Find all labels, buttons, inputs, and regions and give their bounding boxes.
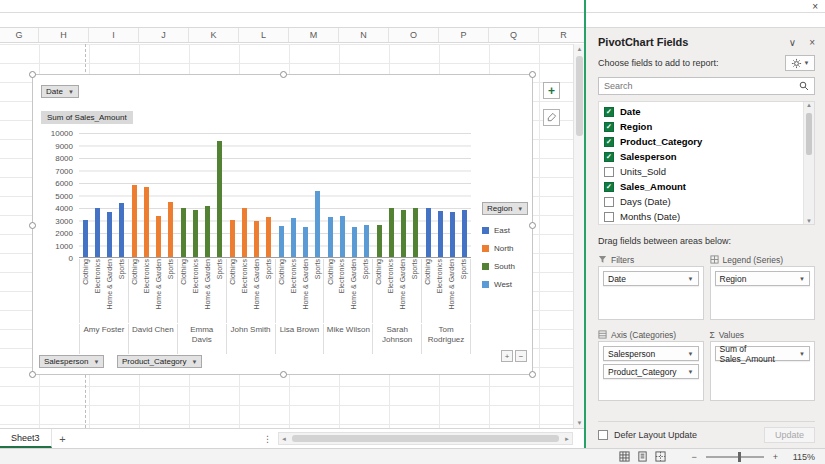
bar-east[interactable]	[119, 203, 124, 257]
bar-east[interactable]	[450, 212, 455, 257]
page-break-view-icon[interactable]	[655, 451, 666, 462]
resize-handle[interactable]	[29, 222, 36, 229]
pane-options-chevron-icon[interactable]: ∨	[789, 37, 796, 48]
field-checkbox[interactable]: ✓	[604, 107, 614, 117]
close-icon[interactable]: ×	[812, 0, 818, 13]
bar-west[interactable]	[279, 226, 284, 257]
column-header-K[interactable]: K	[189, 28, 239, 42]
resize-handle[interactable]	[29, 371, 36, 378]
bar-north[interactable]	[156, 216, 161, 257]
column-header-I[interactable]: I	[89, 28, 139, 42]
bar-east[interactable]	[107, 212, 112, 257]
search-input[interactable]	[604, 81, 799, 91]
resize-handle[interactable]	[529, 222, 536, 229]
bar-north[interactable]	[242, 208, 247, 257]
resize-handle[interactable]	[280, 71, 287, 78]
zoom-out-button[interactable]: −	[691, 452, 696, 462]
bar-south[interactable]	[413, 208, 418, 257]
field-checkbox[interactable]: ✓	[604, 182, 614, 192]
bar-south[interactable]	[401, 210, 406, 258]
field-chip-product-category[interactable]: Product_Category▼	[603, 364, 699, 379]
field-item-days-date-[interactable]: Days (Date)	[604, 194, 800, 209]
chart-styles-button[interactable]	[543, 109, 560, 126]
normal-view-icon[interactable]	[619, 451, 630, 462]
pivot-chart[interactable]: Date ▼ Sum of Sales_Amount 1000090008000…	[32, 74, 533, 375]
bar-south[interactable]	[217, 141, 222, 257]
bar-west[interactable]	[352, 227, 357, 257]
column-header-R[interactable]: R	[539, 28, 585, 42]
field-search[interactable]	[598, 77, 815, 95]
bar-south[interactable]	[389, 208, 394, 257]
resize-handle[interactable]	[529, 71, 536, 78]
bar-south[interactable]	[377, 225, 382, 258]
sheet-tab-sheet3[interactable]: Sheet3	[0, 429, 52, 448]
axis-box[interactable]: Salesperson▼Product_Category▼	[598, 341, 704, 401]
resize-handle[interactable]	[529, 371, 536, 378]
column-header-Q[interactable]: Q	[489, 28, 539, 42]
legend-field-button[interactable]: Region ▼	[482, 202, 528, 215]
field-checkbox[interactable]: ✓	[604, 122, 614, 132]
filters-box[interactable]: Date▼	[598, 266, 704, 320]
more-options-icon[interactable]: ⋮	[263, 434, 272, 444]
bar-west[interactable]	[315, 191, 320, 257]
field-item-sales-amount[interactable]: ✓Sales_Amount	[604, 179, 800, 194]
scroll-up-icon[interactable]: ▲	[806, 102, 812, 108]
legend-box[interactable]: Region▼	[710, 266, 816, 320]
sheet-canvas[interactable]: Date ▼ Sum of Sales_Amount 1000090008000…	[0, 44, 573, 428]
field-item-units-sold[interactable]: Units_Sold	[604, 164, 800, 179]
bar-east[interactable]	[95, 208, 100, 257]
scrollbar-thumb[interactable]	[806, 113, 812, 155]
bar-east[interactable]	[426, 208, 431, 257]
scroll-right-icon[interactable]: ►	[562, 436, 572, 442]
add-sheet-button[interactable]: +	[52, 433, 74, 445]
collapse-button[interactable]: −	[515, 350, 527, 362]
field-chip-salesperson[interactable]: Salesperson▼	[603, 346, 699, 361]
horizontal-scrollbar[interactable]: ◄ ►	[278, 432, 573, 445]
scrollbar-thumb[interactable]	[576, 56, 583, 136]
bar-south[interactable]	[181, 208, 186, 257]
update-button[interactable]: Update	[764, 427, 815, 443]
field-list-scrollbar[interactable]: ▲ ▼	[803, 102, 814, 224]
bar-east[interactable]	[83, 220, 88, 258]
page-layout-view-icon[interactable]	[637, 451, 648, 462]
chart-elements-button[interactable]: +	[543, 82, 560, 99]
tools-button[interactable]: ▼	[785, 55, 815, 71]
resize-handle[interactable]	[280, 371, 287, 378]
bar-north[interactable]	[230, 220, 235, 258]
bar-north[interactable]	[168, 202, 173, 257]
defer-layout-checkbox[interactable]	[598, 430, 608, 440]
field-checkbox[interactable]: ✓	[604, 152, 614, 162]
field-chip-date[interactable]: Date▼	[603, 271, 699, 286]
pane-close-icon[interactable]: ×	[809, 37, 815, 48]
bar-north[interactable]	[132, 185, 137, 258]
field-item-region[interactable]: ✓Region	[604, 119, 800, 134]
expand-button[interactable]: +	[501, 350, 513, 362]
field-checkbox[interactable]	[604, 197, 614, 207]
chart-value-field-button[interactable]: Sum of Sales_Amount	[41, 111, 133, 124]
bar-north[interactable]	[266, 217, 271, 257]
field-checkbox[interactable]	[604, 212, 614, 222]
field-item-months-date-[interactable]: Months (Date)	[604, 209, 800, 224]
column-header-J[interactable]: J	[139, 28, 189, 42]
zoom-slider-thumb[interactable]	[738, 452, 741, 462]
field-chip-region[interactable]: Region▼	[715, 271, 811, 286]
column-header-N[interactable]: N	[339, 28, 389, 42]
chart-filter-button-date[interactable]: Date ▼	[41, 85, 79, 98]
bar-west[interactable]	[291, 218, 296, 257]
column-header-H[interactable]: H	[39, 28, 89, 42]
scrollbar-thumb[interactable]	[292, 435, 559, 442]
axis-field-button-product-category[interactable]: Product_Category ▼	[117, 355, 202, 368]
bar-east[interactable]	[438, 211, 443, 257]
column-header-P[interactable]: P	[439, 28, 489, 42]
bar-north[interactable]	[254, 221, 259, 257]
bar-west[interactable]	[364, 225, 369, 258]
resize-handle[interactable]	[29, 71, 36, 78]
scroll-down-icon[interactable]: ▼	[804, 218, 814, 224]
field-item-date[interactable]: ✓Date	[604, 104, 800, 119]
field-checkbox[interactable]	[604, 167, 614, 177]
scroll-left-icon[interactable]: ◄	[279, 436, 289, 442]
column-header-O[interactable]: O	[389, 28, 439, 42]
bar-north[interactable]	[144, 187, 149, 257]
field-chip-sum-of-sales-amount[interactable]: Sum of Sales_Amount▼	[715, 346, 811, 361]
zoom-slider[interactable]	[706, 456, 764, 458]
